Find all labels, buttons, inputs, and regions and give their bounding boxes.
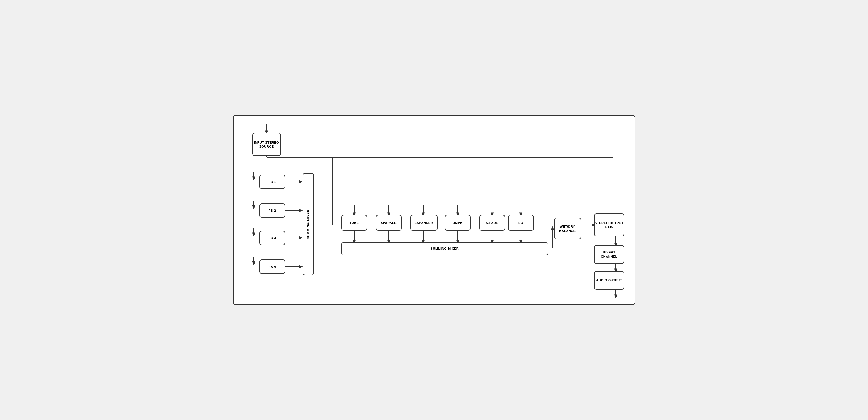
umph-block: UMPH — [445, 215, 471, 231]
svg-marker-60 — [614, 295, 617, 298]
fb1-block: FB 1 — [259, 175, 285, 189]
sparkle-block: SPARKLE — [376, 215, 402, 231]
tube-block: TUBE — [341, 215, 367, 231]
svg-marker-13 — [252, 233, 255, 236]
fb4-block: FB 4 — [259, 259, 285, 274]
svg-marker-15 — [299, 236, 303, 239]
svg-marker-9 — [252, 205, 255, 209]
input-stereo-source-block: INPUT STEREO SOURCE — [252, 133, 281, 156]
audio-output-block: AUDIO OUTPUT — [594, 271, 624, 290]
svg-marker-11 — [299, 209, 303, 212]
svg-marker-5 — [252, 177, 255, 180]
expander-block: EXPANDER — [410, 215, 438, 231]
connections-svg — [234, 116, 635, 304]
xfade-block: X-FADE — [479, 215, 505, 231]
eq-block: EQ — [508, 215, 534, 231]
invert-channel-block: INVERT CHANNEL — [594, 245, 624, 264]
fb3-block: FB 3 — [259, 231, 285, 245]
wet-dry-balance-block: WET/DRY BALANCE — [554, 218, 581, 239]
svg-marker-19 — [299, 265, 303, 268]
svg-marker-17 — [252, 261, 255, 265]
svg-marker-7 — [299, 180, 303, 183]
summing-mixer-bottom-block: SUMMING MIXER — [341, 242, 548, 255]
stereo-output-gain-block: STEREO OUTPUT GAIN — [594, 214, 624, 236]
svg-marker-49 — [551, 226, 554, 230]
fb2-block: FB 2 — [259, 203, 285, 218]
diagram-container: INPUT STEREO SOURCE FB 1 FB 2 FB 3 FB 4 … — [233, 115, 635, 305]
summing-mixer-left-block: SUMMING MIXER — [303, 173, 314, 275]
